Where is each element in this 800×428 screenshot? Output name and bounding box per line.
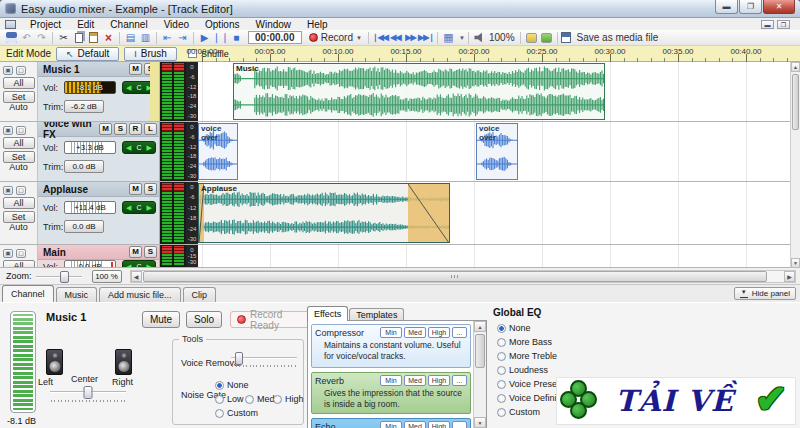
all-button[interactable]: All [3,77,35,89]
redo-icon[interactable]: ↷ [34,31,49,44]
record-arm-button[interactable]: R [129,123,142,135]
grid-snap-icon[interactable]: ▦ [441,31,456,44]
clip-lane[interactable]: voice over voice over [198,122,790,181]
save-icon[interactable] [4,31,19,44]
eq-option-custom[interactable]: Custom [497,407,540,417]
forward-icon[interactable]: ▶▶ [403,31,418,44]
audio-clip-voiceover-2[interactable]: voice over [476,123,518,180]
scrollbar-thumb[interactable] [143,271,767,282]
more-button[interactable]: ... [452,327,467,338]
mute-button[interactable]: M [99,123,112,135]
volume-slider[interactable]: 0.0 dB [64,260,116,268]
pause-icon[interactable]: ❘❘ [212,31,229,44]
high-button[interactable]: High [428,375,450,386]
scrollbar-thumb[interactable] [475,334,485,368]
record-ready-button[interactable]: Record Ready [230,311,316,328]
channel-fader[interactable] [10,311,36,413]
tab-clip[interactable]: Clip [183,287,217,302]
rewind-icon[interactable]: ◀◀ [388,31,403,44]
voice-removal-slider[interactable] [231,352,297,368]
pan-control[interactable]: ◀C▶ [122,201,156,214]
more-button[interactable]: ... [452,375,467,386]
collapse-icon[interactable]: ▣ [3,66,13,75]
menu-item-edit[interactable]: Edit [69,19,102,30]
trim-button[interactable]: -6.2 dB [64,100,104,113]
stop-icon[interactable]: ■ [229,31,244,44]
cut-icon[interactable]: ✂ [56,31,71,44]
menu-item-channel[interactable]: Channel [102,19,155,30]
min-button[interactable]: Min [380,327,402,338]
speaker-icon[interactable] [472,31,487,44]
expand-icon[interactable]: ▢ [16,186,26,195]
gate-option-custom[interactable]: Custom [215,408,258,418]
paste-icon[interactable] [86,31,101,44]
eq-option-more-bass[interactable]: More Bass [497,337,552,347]
effects-scrollbar[interactable]: ▲ ▼ [473,321,486,428]
clip-lane[interactable]: Applause [198,182,790,244]
all-button[interactable]: All [3,197,35,209]
trim-button[interactable]: 0.0 dB [64,160,104,173]
snap-left-icon[interactable]: ⇤ [160,31,175,44]
save-as-media-file-button[interactable]: Save as media file [577,32,659,43]
fade-out-handle[interactable] [408,184,449,242]
more-button[interactable]: ... [452,421,467,428]
zoom-slider[interactable] [36,270,82,283]
mute-button[interactable]: M [129,63,142,75]
listen-button[interactable]: L [144,123,157,135]
horizontal-scrollbar[interactable]: ◀ ▶ [130,270,796,283]
scroll-down-icon[interactable]: ▼ [474,417,486,428]
collapse-icon[interactable]: ▣ [3,186,13,195]
mute-button[interactable]: Mute [142,311,180,328]
menu-item-window[interactable]: Window [248,19,300,30]
gate-option-none[interactable]: None [215,380,249,390]
solo-button[interactable]: Solo [186,311,222,328]
med-button[interactable]: Med [404,421,426,428]
all-button[interactable]: All [3,260,35,268]
audio-clip-applause[interactable]: Applause [198,183,450,243]
tab-music[interactable]: Music [56,287,98,302]
default-mode-button[interactable]: ↖Default [56,47,119,61]
gate-option-med[interactable]: Med [245,394,275,404]
eq-option-none[interactable]: None [497,323,531,333]
window-green-icon[interactable] [539,31,554,44]
minimize-button[interactable]: ▬ [715,0,738,14]
high-button[interactable]: High [428,421,450,428]
volume-slider[interactable]: +11.4 dB [64,201,116,214]
scroll-up-icon[interactable]: ▲ [791,62,800,72]
child-restore-icon[interactable]: ❐ [777,20,790,29]
menu-item-options[interactable]: Options [197,19,247,30]
restore-button[interactable]: ❐ [739,0,762,14]
gate-option-high[interactable]: High [273,394,304,404]
skip-start-icon[interactable]: ❘◀◀ [372,31,388,44]
clip-lane[interactable]: Music [198,62,790,121]
copy-icon[interactable] [71,31,86,44]
vertical-scrollbar[interactable]: ▲ ▼ [790,62,800,268]
tab-effects[interactable]: Effects [307,306,348,321]
menu-item-help[interactable]: Help [299,19,336,30]
scroll-up-icon[interactable]: ▲ [474,321,486,332]
record-button[interactable]: Record ▼ [306,32,365,43]
mute-button[interactable]: M [129,183,142,195]
undo-icon[interactable]: ↶ [19,31,34,44]
pan-control[interactable]: ◀C▶ [122,260,156,268]
pan-slider[interactable] [50,386,126,402]
expand-icon[interactable]: ▢ [16,126,26,135]
clip-lane[interactable] [198,245,790,267]
snap-right-icon[interactable]: ⇥ [175,31,190,44]
menu-item-video[interactable]: Video [156,19,197,30]
high-button[interactable]: High [428,327,450,338]
split-clip-icon[interactable]: ▤ [123,31,138,44]
trim-button[interactable]: 0.0 dB [64,220,104,233]
delete-icon[interactable]: × [101,31,116,44]
expand-icon[interactable]: ▢ [16,249,26,258]
min-button[interactable]: Min [380,421,402,428]
chevron-down-icon[interactable]: ▼ [356,35,362,41]
solo-button[interactable]: S [144,183,157,195]
volume-slider[interactable]: +3.3 dB [64,141,116,154]
eq-option-loudness[interactable]: Loudness [497,365,548,375]
scroll-down-icon[interactable]: ▼ [791,258,800,268]
volume-slider[interactable]: -8.1 dB [64,81,116,94]
tab-add-music-file[interactable]: Add music file... [99,287,181,302]
all-button[interactable]: All [3,137,35,149]
menu-item-project[interactable]: Project [22,19,69,30]
